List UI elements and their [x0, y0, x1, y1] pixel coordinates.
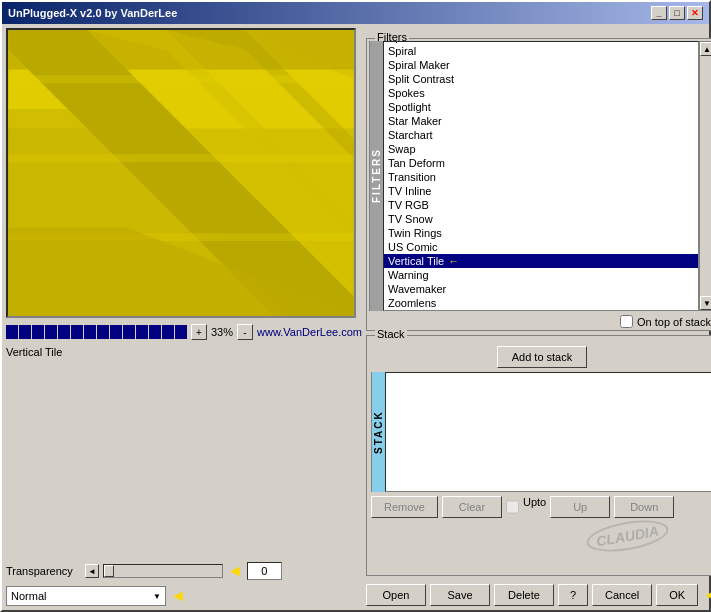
- on-top-of-stack-label: On top of stack: [637, 316, 711, 328]
- zoom-block-2: [19, 325, 31, 339]
- zoom-block-3: [32, 325, 44, 339]
- filter-item[interactable]: Vertical Tile←: [384, 254, 698, 268]
- clear-button[interactable]: Clear: [442, 496, 502, 518]
- slider-thumb[interactable]: [104, 565, 114, 577]
- title-bar-buttons: _ □ ✕: [651, 6, 703, 20]
- filter-item[interactable]: TV RGB: [384, 198, 698, 212]
- zoom-track: [6, 325, 187, 339]
- spacer: [6, 362, 362, 558]
- delete-button[interactable]: Delete: [494, 584, 554, 606]
- filter-item[interactable]: Spotlight: [384, 100, 698, 114]
- filter-item[interactable]: US Comic: [384, 240, 698, 254]
- main-window: UnPlugged-X v2.0 by VanDerLee _ □ ✕: [0, 0, 711, 612]
- cancel-button[interactable]: Cancel: [592, 584, 652, 606]
- filters-sidebar: FILTERS: [369, 41, 383, 311]
- slider-cursor-icon: ◄: [227, 562, 243, 580]
- stack-sidebar: STACK: [371, 372, 385, 492]
- dropdown-arrow-icon: ▼: [153, 592, 161, 601]
- slider-track[interactable]: [103, 564, 223, 578]
- left-panel: + 33% - www.VanDerLee.com Vertical Tile …: [6, 28, 362, 606]
- filter-item[interactable]: Zoomlens: [384, 296, 698, 310]
- close-button[interactable]: ✕: [687, 6, 703, 20]
- filter-item[interactable]: Spokes: [384, 86, 698, 100]
- scroll-up-button[interactable]: ▲: [700, 42, 711, 56]
- transparency-label: Transparency: [6, 565, 81, 577]
- zoom-block-8: [97, 325, 109, 339]
- filter-item[interactable]: Twin Rings: [384, 226, 698, 240]
- add-to-stack-row: Add to stack: [371, 346, 711, 368]
- preview-box: [6, 28, 356, 318]
- zoom-block-13: [162, 325, 174, 339]
- ok-cursor-icon: ◄: [702, 586, 711, 604]
- scrollbar-track[interactable]: [700, 56, 711, 296]
- filter-item[interactable]: TV Snow: [384, 212, 698, 226]
- normal-row: Normal ▼ ◄: [6, 586, 362, 606]
- bottom-buttons-row: Open Save Delete ? Cancel OK ◄: [366, 584, 711, 606]
- filter-scrollbar[interactable]: ▲ ▼: [699, 41, 711, 311]
- dropdown-cursor-icon: ◄: [170, 587, 186, 605]
- remove-button[interactable]: Remove: [371, 496, 438, 518]
- title-bar: UnPlugged-X v2.0 by VanDerLee _ □ ✕: [2, 2, 709, 24]
- minimize-button[interactable]: _: [651, 6, 667, 20]
- transparency-section: Transparency ◄ ◄ 0 Normal ▼ ◄: [6, 562, 362, 606]
- up-button[interactable]: Up: [550, 496, 610, 518]
- zoom-plus-button[interactable]: +: [191, 324, 207, 340]
- filter-item[interactable]: Starchart: [384, 128, 698, 142]
- filter-item[interactable]: Star Maker: [384, 114, 698, 128]
- active-filter-label: Vertical Tile: [6, 346, 362, 358]
- zoom-block-14: [175, 325, 187, 339]
- scroll-down-button[interactable]: ▼: [700, 296, 711, 310]
- slider-value[interactable]: 0: [247, 562, 282, 580]
- zoom-block-4: [45, 325, 57, 339]
- stack-area: STACK: [371, 372, 711, 492]
- ok-button[interactable]: OK: [656, 584, 698, 606]
- maximize-button[interactable]: □: [669, 6, 685, 20]
- content-area: + 33% - www.VanDerLee.com Vertical Tile …: [2, 24, 709, 610]
- zoom-block-11: [136, 325, 148, 339]
- stack-group: Stack Add to stack STACK Remove Clear Up…: [366, 335, 711, 576]
- filter-item[interactable]: Spiral Maker: [384, 58, 698, 72]
- zoom-block-10: [123, 325, 135, 339]
- open-button[interactable]: Open: [366, 584, 426, 606]
- add-to-stack-button[interactable]: Add to stack: [497, 346, 587, 368]
- preview-canvas: [8, 30, 354, 316]
- filter-item[interactable]: Tan Deform: [384, 156, 698, 170]
- on-top-of-stack-row: On top of stack: [369, 315, 711, 328]
- zoom-block-12: [149, 325, 161, 339]
- normal-dropdown[interactable]: Normal ▼: [6, 586, 166, 606]
- slider-left-button[interactable]: ◄: [85, 564, 99, 578]
- zoom-block-1: [6, 325, 18, 339]
- filter-item[interactable]: Wavemaker: [384, 282, 698, 296]
- on-top-of-stack-checkbox[interactable]: [620, 315, 633, 328]
- filter-item[interactable]: TV Inline: [384, 184, 698, 198]
- filter-item[interactable]: Swap: [384, 142, 698, 156]
- zoom-block-9: [110, 325, 122, 339]
- filter-item[interactable]: Transition: [384, 170, 698, 184]
- zoom-percent: 33%: [211, 326, 233, 338]
- upto-checkbox[interactable]: [506, 496, 519, 518]
- filter-item[interactable]: Spiral: [384, 44, 698, 58]
- normal-dropdown-value: Normal: [11, 590, 46, 602]
- zoom-bar: + 33% - www.VanDerLee.com: [6, 324, 362, 340]
- upto-label: Upto: [523, 496, 546, 518]
- filter-item[interactable]: Warning: [384, 268, 698, 282]
- zoom-block-5: [58, 325, 70, 339]
- window-title: UnPlugged-X v2.0 by VanDerLee: [8, 7, 177, 19]
- down-button[interactable]: Down: [614, 496, 674, 518]
- transparency-row: Transparency ◄ ◄ 0: [6, 562, 362, 580]
- filter-item[interactable]: Split Contrast: [384, 72, 698, 86]
- stack-controls-row: Remove Clear Upto Up Down: [371, 496, 711, 518]
- save-button[interactable]: Save: [430, 584, 490, 606]
- stack-content: [385, 372, 711, 492]
- website-link[interactable]: www.VanDerLee.com: [257, 326, 362, 338]
- zoom-minus-button[interactable]: -: [237, 324, 253, 340]
- filters-group: Filters FILTERS SolarizeSpice DotsSpiral…: [366, 38, 711, 331]
- filters-with-sidebar: FILTERS SolarizeSpice DotsSpiralSpiral M…: [369, 41, 711, 311]
- filter-list: SolarizeSpice DotsSpiralSpiral MakerSpli…: [384, 41, 698, 310]
- right-panel: Filters FILTERS SolarizeSpice DotsSpiral…: [366, 28, 711, 606]
- filter-list-container[interactable]: SolarizeSpice DotsSpiralSpiral MakerSpli…: [383, 41, 699, 311]
- stack-group-label: Stack: [375, 328, 407, 340]
- zoom-block-7: [84, 325, 96, 339]
- help-button[interactable]: ?: [558, 584, 588, 606]
- zoom-block-6: [71, 325, 83, 339]
